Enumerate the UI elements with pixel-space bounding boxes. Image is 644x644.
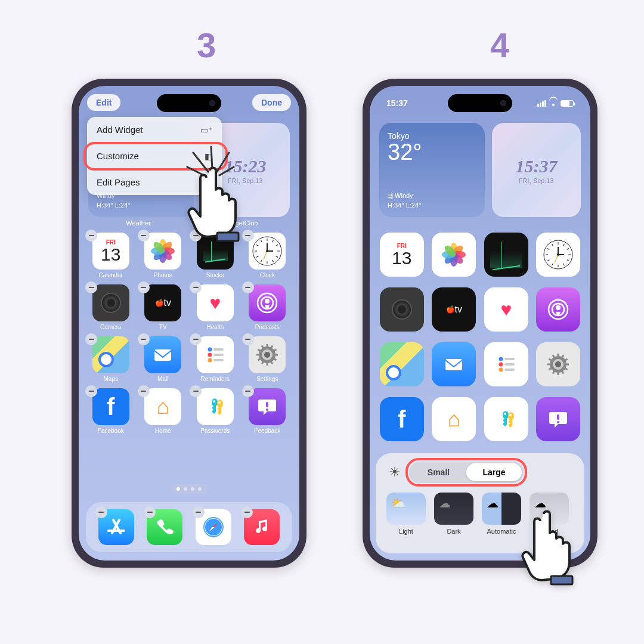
- edit-button[interactable]: Edit: [87, 94, 120, 111]
- size-large[interactable]: Large: [466, 463, 522, 481]
- remove-badge[interactable]: [85, 281, 97, 293]
- app-label: Settings: [256, 376, 278, 382]
- reminders-icon: [484, 342, 528, 386]
- app-maps[interactable]: Maps: [88, 336, 134, 382]
- app-tv[interactable]: 🍎tv TV: [141, 284, 186, 330]
- home-screen-editing[interactable]: Edit Done WindyH:34° L:24° 15:23 FRI, Se…: [79, 86, 299, 561]
- passwords-icon: [484, 397, 528, 441]
- svg-rect-120: [551, 576, 572, 584]
- app-calendar[interactable]: FRI13: [379, 233, 425, 277]
- remove-badge[interactable]: [242, 281, 254, 293]
- remove-badge[interactable]: [85, 333, 97, 345]
- app-facebook[interactable]: f: [379, 397, 425, 441]
- app-podcasts[interactable]: [536, 287, 581, 332]
- app-passwords[interactable]: [484, 397, 529, 441]
- app-settings[interactable]: [536, 342, 581, 386]
- app-clock[interactable]: [536, 233, 581, 277]
- home-screen-customize[interactable]: 15:37 Tokyo 32° ⇶ WindyH:34° L:24° 15:37…: [370, 86, 590, 561]
- remove-badge[interactable]: [242, 385, 254, 397]
- remove-badge[interactable]: [190, 385, 202, 397]
- theme-tinted[interactable]: Tinted: [530, 493, 569, 535]
- app-maps[interactable]: [379, 342, 425, 386]
- app-health[interactable]: ♥: [484, 287, 529, 332]
- svg-point-50: [213, 400, 215, 402]
- facebook-icon: f: [380, 397, 424, 441]
- app-label: Feedback: [254, 428, 280, 434]
- app-home[interactable]: ⌂: [432, 397, 477, 441]
- customize-panel: ☀ Small Large Light Dark Automatic Tinte…: [376, 453, 584, 553]
- svg-point-117: [509, 414, 512, 416]
- size-small[interactable]: Small: [411, 463, 466, 481]
- app-feedback[interactable]: Feedback: [245, 388, 290, 434]
- svg-point-33: [208, 358, 212, 363]
- svg-rect-30: [213, 348, 224, 351]
- remove-badge[interactable]: [138, 230, 150, 242]
- remove-badge[interactable]: [138, 385, 150, 397]
- remove-badge[interactable]: [85, 230, 97, 242]
- app-calendar[interactable]: FRI13 Calendar: [88, 233, 134, 278]
- app-camera[interactable]: [379, 287, 425, 332]
- app-feedback[interactable]: [536, 397, 581, 441]
- menu-customize[interactable]: Customize◧: [87, 143, 222, 169]
- app-podcasts[interactable]: Podcasts: [245, 284, 290, 330]
- app-reminders[interactable]: Reminders: [193, 336, 238, 382]
- app-clock[interactable]: Clock: [245, 233, 290, 278]
- phone-step-4: 15:37 Tokyo 32° ⇶ WindyH:34° L:24° 15:37…: [363, 79, 597, 568]
- app-music[interactable]: [244, 509, 280, 545]
- clock-widget[interactable]: 15:37 FRI, Sep.13: [492, 123, 581, 217]
- app-tv[interactable]: 🍎tv: [432, 287, 477, 332]
- svg-point-116: [504, 413, 506, 415]
- remove-badge[interactable]: [85, 385, 97, 397]
- cal-num: 13: [101, 246, 120, 264]
- remove-badge[interactable]: [138, 333, 150, 345]
- icon-size-segment[interactable]: Small Large: [409, 462, 524, 483]
- app-photos[interactable]: [432, 233, 477, 277]
- app-health[interactable]: ♥ Health: [193, 284, 238, 330]
- app-label: Podcasts: [255, 324, 280, 330]
- app-appstore[interactable]: [98, 509, 134, 545]
- svg-point-24: [266, 250, 268, 252]
- remove-badge[interactable]: [190, 230, 202, 242]
- app-label: Home: [155, 428, 171, 434]
- done-button[interactable]: Done: [252, 94, 291, 111]
- menu-add-widget[interactable]: Add Widget▭⁺: [87, 117, 222, 143]
- app-passwords[interactable]: Passwords: [193, 388, 238, 434]
- app-reminders[interactable]: [484, 342, 529, 386]
- feedback-icon: [249, 388, 286, 425]
- weather-widget[interactable]: Tokyo 32° ⇶ WindyH:34° L:24°: [379, 123, 485, 217]
- svg-point-93: [556, 305, 561, 310]
- page-indicator[interactable]: [171, 484, 208, 494]
- app-settings[interactable]: Settings: [245, 336, 290, 382]
- menu-edit-pages[interactable]: Edit Pages▥: [87, 169, 222, 195]
- theme-light[interactable]: Light: [386, 493, 426, 535]
- remove-badge[interactable]: [190, 333, 202, 345]
- remove-badge[interactable]: [138, 281, 150, 293]
- app-facebook[interactable]: f Facebook: [88, 388, 134, 434]
- remove-badge[interactable]: [190, 281, 202, 293]
- svg-rect-104: [558, 354, 559, 357]
- phone-step-3: Edit Done WindyH:34° L:24° 15:23 FRI, Se…: [72, 79, 306, 568]
- app-camera[interactable]: Camera: [88, 284, 134, 330]
- app-home[interactable]: ⌂ Home: [141, 388, 186, 434]
- app-photos[interactable]: Photos: [141, 233, 186, 278]
- widget-clock-date: FRI, Sep.13: [228, 178, 263, 184]
- remove-badge[interactable]: [193, 506, 205, 518]
- theme-dark[interactable]: Dark: [434, 493, 473, 535]
- settings-icon: [249, 336, 286, 373]
- app-phone[interactable]: [147, 509, 182, 545]
- svg-point-29: [208, 348, 212, 352]
- app-stocks[interactable]: [484, 233, 529, 277]
- app-mail[interactable]: [432, 342, 477, 386]
- svg-rect-96: [504, 358, 515, 360]
- app-label: Mail: [157, 376, 168, 382]
- health-icon: ♥: [197, 284, 234, 321]
- remove-badge[interactable]: [95, 506, 107, 518]
- theme-automatic[interactable]: Automatic: [482, 493, 521, 535]
- app-stocks[interactable]: Stocks: [193, 233, 238, 278]
- app-mail[interactable]: Mail: [141, 336, 186, 382]
- app-safari[interactable]: [196, 509, 231, 545]
- remove-badge[interactable]: [242, 230, 254, 242]
- brightness-icon[interactable]: ☀: [389, 465, 401, 480]
- svg-rect-28: [154, 349, 171, 361]
- remove-badge[interactable]: [242, 333, 254, 345]
